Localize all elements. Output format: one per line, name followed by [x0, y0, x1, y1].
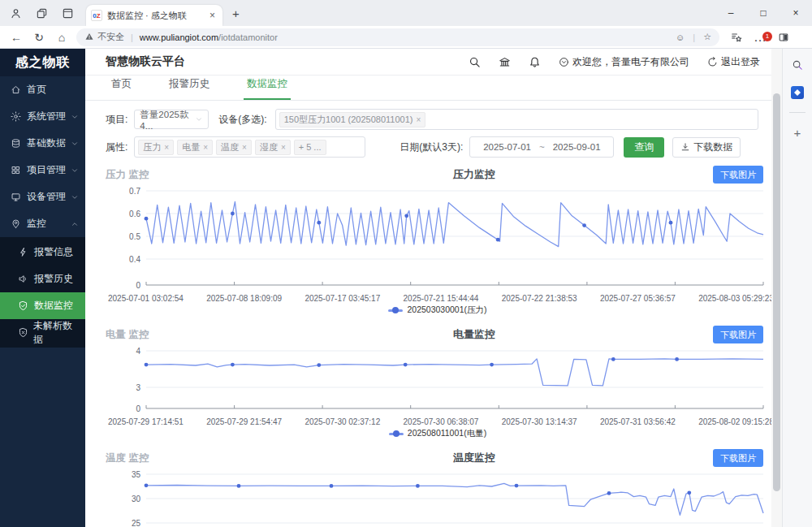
- sidebar-item-basic-data[interactable]: 基础数据: [0, 130, 85, 157]
- date-range-picker[interactable]: 2025-07-01 ~ 2025-09-01: [469, 136, 614, 158]
- sidebar-item-alarm-info[interactable]: 报警信息: [0, 239, 85, 266]
- download-data-button[interactable]: 下载数据: [672, 137, 741, 158]
- site-favicon: 0Z: [91, 10, 102, 21]
- user-menu[interactable]: 欢迎您，普量电子有限公司: [559, 55, 689, 69]
- split-screen-icon[interactable]: [778, 32, 789, 43]
- chart-legend[interactable]: 202508011001(电量): [102, 426, 774, 441]
- project-select[interactable]: 普量2025款4...: [134, 110, 209, 129]
- x-tick-label: 2025-08-03 05:29:23: [698, 294, 774, 303]
- x-tick-label: 2025-07-22 21:38:53: [502, 294, 577, 303]
- sidebar-item-monitoring[interactable]: 监控: [0, 210, 85, 237]
- tab-actions-icon[interactable]: [57, 3, 78, 23]
- attribute-tag[interactable]: 压力×: [138, 140, 174, 155]
- chart-canvas[interactable]: 353025: [102, 469, 775, 527]
- sidebar-item-home[interactable]: 首页: [0, 76, 85, 103]
- remove-tag-icon[interactable]: ×: [203, 143, 208, 152]
- search-icon[interactable]: [469, 56, 481, 68]
- window-close-button[interactable]: ×: [780, 0, 812, 26]
- browser-tab[interactable]: 0Z 数据监控 · 感之物联 ×: [86, 5, 222, 26]
- collections-icon[interactable]: [731, 32, 742, 43]
- scrollbar-thumb[interactable]: [773, 93, 780, 491]
- remove-tag-icon[interactable]: ×: [164, 143, 169, 152]
- date-label: 日期(默认3天):: [400, 140, 463, 154]
- remove-tag-icon[interactable]: ×: [416, 115, 421, 124]
- chart-section-2: 温度 监控 温度监控 下载图片 353025: [102, 447, 771, 527]
- sidebar-item-alarm-history[interactable]: 报警历史: [0, 266, 85, 292]
- sidebar-search-icon[interactable]: [789, 57, 806, 73]
- tab-0[interactable]: 首页: [108, 77, 135, 100]
- new-tab-button[interactable]: +: [232, 6, 240, 20]
- download-image-button[interactable]: 下载图片: [713, 166, 763, 184]
- sidebar-item-data-monitor[interactable]: 数据监控: [0, 292, 85, 319]
- add-sidebar-icon[interactable]: +: [789, 124, 806, 140]
- sidebar-item-unparsed-data[interactable]: 未解析数据: [0, 319, 85, 346]
- reader-icon[interactable]: ☺: [676, 32, 685, 42]
- attribute-tag[interactable]: 电量×: [177, 140, 213, 155]
- sidebar-item-label: 报警信息: [34, 245, 73, 259]
- tab-close-icon[interactable]: ×: [207, 10, 218, 21]
- sidebar-item-system-mgmt[interactable]: 系统管理: [0, 103, 85, 130]
- db-icon: [11, 138, 22, 149]
- device-tag[interactable]: 150型压力1001 (202508011001)×: [279, 112, 426, 127]
- attribute-multiselect[interactable]: 压力×电量×温度×湿度×+ 5 ...: [134, 136, 365, 158]
- app-header: 智慧物联云平台 欢迎您，普量电子有限公司 退出登录: [85, 49, 771, 76]
- x-tick-label: 2025-07-30 13:14:37: [502, 417, 577, 426]
- chart-legend[interactable]: 202503030001(压力): [102, 303, 774, 317]
- sidebar-item-project-mgmt[interactable]: 项目管理: [0, 157, 85, 184]
- date-end[interactable]: 2025-09-01: [553, 142, 601, 152]
- bolt-icon: [18, 247, 29, 258]
- refresh-button[interactable]: ↻: [28, 31, 50, 44]
- browser-home-button[interactable]: ⌂: [50, 31, 73, 44]
- logout-button[interactable]: 退出登录: [707, 55, 760, 69]
- chart-canvas[interactable]: 0.70.60.50.40: [102, 185, 775, 290]
- chevron-down-icon: [71, 140, 79, 148]
- sidebar-item-label: 首页: [27, 83, 46, 97]
- remove-tag-icon[interactable]: ×: [281, 143, 286, 152]
- workspaces-icon[interactable]: [31, 3, 52, 23]
- url-path: /iotdatamonitor: [218, 32, 278, 42]
- chevron-down-icon: [195, 115, 203, 123]
- security-warning[interactable]: 不安全: [84, 31, 124, 43]
- date-start[interactable]: 2025-07-01: [483, 142, 531, 152]
- svg-text:0.5: 0.5: [129, 232, 140, 241]
- download-icon: [680, 142, 690, 152]
- tab-1[interactable]: 报警历史: [166, 77, 213, 100]
- monitoring-submenu: 报警信息 报警历史 数据监控 未解析数据: [0, 237, 85, 348]
- back-button[interactable]: ←: [5, 31, 28, 44]
- page-scrollbar[interactable]: [771, 49, 782, 527]
- download-image-button[interactable]: 下载图片: [713, 326, 763, 343]
- m365-app-icon[interactable]: [789, 84, 806, 101]
- svg-text:0.6: 0.6: [129, 210, 140, 218]
- profile-icon[interactable]: [5, 3, 26, 23]
- browser-tab-strip: 0Z 数据监控 · 感之物联 × + – □ ×: [0, 0, 812, 26]
- favorite-star-icon[interactable]: ☆: [703, 32, 711, 42]
- query-button[interactable]: 查询: [624, 137, 664, 158]
- attribute-tag[interactable]: 湿度×: [255, 140, 291, 155]
- filter-bar: 项目: 普量2025款4... 设备(多选): 150型压力1001 (2025…: [85, 101, 771, 158]
- shield-x-icon: [18, 327, 28, 339]
- remove-tag-icon[interactable]: ×: [242, 143, 247, 152]
- sidebar-item-label: 基础数据: [27, 136, 66, 150]
- device-multiselect[interactable]: 150型压力1001 (202508011001)×: [275, 109, 758, 130]
- tab-2[interactable]: 数据监控: [244, 77, 291, 100]
- organization-icon[interactable]: [499, 56, 511, 68]
- project-label: 项目:: [106, 113, 127, 127]
- window-minimize-button[interactable]: –: [715, 0, 747, 26]
- more-attributes-tag[interactable]: + 5 ...: [294, 140, 326, 155]
- browser-address-bar: ← ↻ ⌂ 不安全 | www.puliangiot.com /iotdatam…: [0, 26, 812, 49]
- sidebar-item-label: 监控: [27, 217, 46, 231]
- chart-title: 电量监控: [235, 327, 713, 342]
- browser-menu-icon[interactable]: … 1: [754, 30, 767, 45]
- download-image-button[interactable]: 下载图片: [713, 449, 763, 467]
- chart-section-1: 电量 监控 电量监控 下载图片 430 2025-07-29 17:14:512…: [102, 324, 771, 441]
- sidebar-item-label: 数据监控: [34, 299, 73, 313]
- chart-canvas[interactable]: 430: [102, 345, 775, 413]
- svg-text:3: 3: [136, 383, 140, 392]
- url-input[interactable]: 不安全 | www.puliangiot.com /iotdatamonitor…: [76, 28, 719, 46]
- attribute-tag[interactable]: 温度×: [216, 140, 252, 155]
- window-maximize-button[interactable]: □: [747, 0, 780, 26]
- sidebar-item-device-mgmt[interactable]: 设备管理: [0, 184, 85, 210]
- notifications-bell-icon[interactable]: [529, 56, 541, 68]
- svg-text:25: 25: [132, 519, 141, 527]
- security-label: 不安全: [97, 31, 124, 43]
